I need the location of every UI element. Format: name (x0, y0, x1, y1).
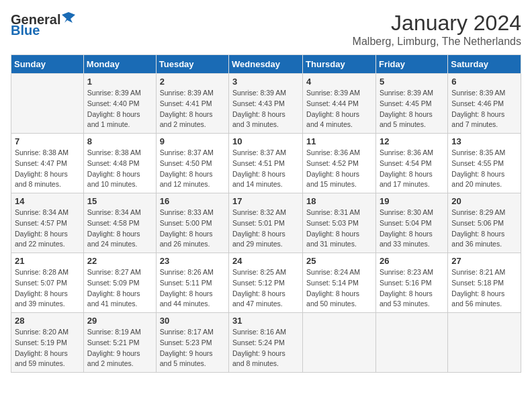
calendar-cell: 18Sunrise: 8:31 AMSunset: 5:03 PMDayligh… (303, 193, 376, 253)
svg-marker-3 (62, 12, 75, 23)
day-info: Sunrise: 8:19 AMSunset: 5:21 PMDaylight:… (87, 327, 152, 369)
day-number: 10 (232, 136, 299, 146)
title-section: January 2024 Malberg, Limburg, The Nethe… (353, 11, 521, 48)
calendar-week-row: 14Sunrise: 8:34 AMSunset: 4:57 PMDayligh… (11, 193, 521, 253)
day-number: 24 (232, 256, 299, 266)
header-sunday: Sunday (11, 55, 84, 74)
day-info: Sunrise: 8:36 AMSunset: 4:54 PMDaylight:… (380, 148, 444, 190)
day-info: Sunrise: 8:16 AMSunset: 5:24 PMDaylight:… (232, 327, 299, 369)
calendar-body: 1Sunrise: 8:39 AMSunset: 4:40 PMDaylight… (11, 74, 521, 373)
calendar-cell (303, 313, 376, 373)
calendar-cell: 17Sunrise: 8:32 AMSunset: 5:01 PMDayligh… (229, 193, 303, 253)
day-number: 15 (87, 196, 152, 206)
day-number: 6 (451, 77, 517, 87)
day-number: 7 (15, 136, 80, 146)
calendar-cell: 20Sunrise: 8:29 AMSunset: 5:06 PMDayligh… (448, 193, 521, 253)
calendar-cell: 27Sunrise: 8:21 AMSunset: 5:18 PMDayligh… (448, 253, 521, 313)
calendar-cell: 10Sunrise: 8:37 AMSunset: 4:51 PMDayligh… (229, 134, 303, 193)
header-wednesday: Wednesday (229, 55, 303, 74)
day-number: 17 (232, 196, 299, 206)
day-number: 13 (451, 136, 517, 146)
day-number: 4 (306, 77, 372, 87)
day-info: Sunrise: 8:23 AMSunset: 5:16 PMDaylight:… (380, 267, 444, 310)
calendar-cell: 7Sunrise: 8:38 AMSunset: 4:47 PMDaylight… (11, 134, 84, 193)
day-number: 5 (380, 77, 444, 87)
day-info: Sunrise: 8:37 AMSunset: 4:50 PMDaylight:… (160, 148, 225, 190)
day-info: Sunrise: 8:39 AMSunset: 4:46 PMDaylight:… (451, 88, 517, 130)
day-number: 31 (232, 316, 299, 326)
month-title: January 2024 (353, 11, 521, 36)
day-info: Sunrise: 8:39 AMSunset: 4:40 PMDaylight:… (87, 88, 152, 130)
calendar-cell: 26Sunrise: 8:23 AMSunset: 5:16 PMDayligh… (375, 253, 447, 313)
calendar-table: SundayMondayTuesdayWednesdayThursdayFrid… (11, 54, 521, 373)
calendar-week-row: 7Sunrise: 8:38 AMSunset: 4:47 PMDaylight… (11, 134, 521, 193)
calendar-cell: 2Sunrise: 8:39 AMSunset: 4:41 PMDaylight… (156, 74, 228, 134)
day-number: 9 (160, 136, 225, 146)
day-info: Sunrise: 8:39 AMSunset: 4:41 PMDaylight:… (160, 88, 225, 130)
day-info: Sunrise: 8:37 AMSunset: 4:51 PMDaylight:… (232, 148, 299, 190)
header-saturday: Saturday (448, 55, 521, 74)
day-info: Sunrise: 8:26 AMSunset: 5:11 PMDaylight:… (160, 267, 225, 310)
header-monday: Monday (83, 55, 156, 74)
calendar-cell (448, 313, 521, 373)
day-number: 28 (15, 316, 80, 326)
calendar-cell: 22Sunrise: 8:27 AMSunset: 5:09 PMDayligh… (83, 253, 156, 313)
calendar-week-row: 1Sunrise: 8:39 AMSunset: 4:40 PMDaylight… (11, 74, 521, 134)
day-number: 20 (451, 196, 517, 206)
calendar-cell: 6Sunrise: 8:39 AMSunset: 4:46 PMDaylight… (448, 74, 521, 134)
day-number: 11 (306, 136, 372, 146)
logo: General Blue General Blue (11, 11, 75, 37)
calendar-cell: 16Sunrise: 8:33 AMSunset: 5:00 PMDayligh… (156, 193, 228, 253)
calendar-cell: 8Sunrise: 8:38 AMSunset: 4:48 PMDaylight… (83, 134, 156, 193)
calendar-cell: 1Sunrise: 8:39 AMSunset: 4:40 PMDaylight… (83, 74, 156, 134)
calendar-week-row: 21Sunrise: 8:28 AMSunset: 5:07 PMDayligh… (11, 253, 521, 313)
day-number: 25 (306, 256, 372, 266)
calendar-cell: 14Sunrise: 8:34 AMSunset: 4:57 PMDayligh… (11, 193, 84, 253)
day-number: 21 (15, 256, 80, 266)
day-info: Sunrise: 8:32 AMSunset: 5:01 PMDaylight:… (232, 208, 299, 250)
day-info: Sunrise: 8:36 AMSunset: 4:52 PMDaylight:… (306, 148, 372, 190)
calendar-cell: 15Sunrise: 8:34 AMSunset: 4:58 PMDayligh… (83, 193, 156, 253)
page-header: General Blue General Blue January 2024 M… (11, 11, 521, 48)
day-number: 22 (87, 256, 152, 266)
calendar-header: SundayMondayTuesdayWednesdayThursdayFrid… (11, 55, 521, 74)
day-number: 2 (160, 77, 225, 87)
day-number: 12 (380, 136, 444, 146)
calendar-cell: 12Sunrise: 8:36 AMSunset: 4:54 PMDayligh… (375, 134, 447, 193)
logo-bird-icon (62, 11, 75, 24)
calendar-cell: 30Sunrise: 8:17 AMSunset: 5:23 PMDayligh… (156, 313, 228, 373)
day-number: 14 (15, 196, 80, 206)
calendar-cell: 9Sunrise: 8:37 AMSunset: 4:50 PMDaylight… (156, 134, 228, 193)
header-friday: Friday (375, 55, 447, 74)
day-info: Sunrise: 8:38 AMSunset: 4:47 PMDaylight:… (15, 148, 80, 190)
day-info: Sunrise: 8:21 AMSunset: 5:18 PMDaylight:… (451, 267, 517, 310)
header-thursday: Thursday (303, 55, 376, 74)
calendar-week-row: 28Sunrise: 8:20 AMSunset: 5:19 PMDayligh… (11, 313, 521, 373)
calendar-cell: 21Sunrise: 8:28 AMSunset: 5:07 PMDayligh… (11, 253, 84, 313)
header-row: SundayMondayTuesdayWednesdayThursdayFrid… (11, 55, 521, 74)
day-info: Sunrise: 8:24 AMSunset: 5:14 PMDaylight:… (306, 267, 372, 310)
calendar-cell (11, 74, 84, 134)
day-number: 30 (160, 316, 225, 326)
calendar-cell: 13Sunrise: 8:35 AMSunset: 4:55 PMDayligh… (448, 134, 521, 193)
calendar-cell: 31Sunrise: 8:16 AMSunset: 5:24 PMDayligh… (229, 313, 303, 373)
day-info: Sunrise: 8:20 AMSunset: 5:19 PMDaylight:… (15, 327, 80, 369)
calendar-cell (375, 313, 447, 373)
day-info: Sunrise: 8:38 AMSunset: 4:48 PMDaylight:… (87, 148, 152, 190)
day-number: 27 (451, 256, 517, 266)
day-number: 26 (380, 256, 444, 266)
calendar-cell: 11Sunrise: 8:36 AMSunset: 4:52 PMDayligh… (303, 134, 376, 193)
day-info: Sunrise: 8:35 AMSunset: 4:55 PMDaylight:… (451, 148, 517, 190)
calendar-cell: 25Sunrise: 8:24 AMSunset: 5:14 PMDayligh… (303, 253, 376, 313)
day-number: 16 (160, 196, 225, 206)
header-tuesday: Tuesday (156, 55, 228, 74)
day-info: Sunrise: 8:17 AMSunset: 5:23 PMDaylight:… (160, 327, 225, 369)
day-number: 19 (380, 196, 444, 206)
calendar-cell: 5Sunrise: 8:39 AMSunset: 4:45 PMDaylight… (375, 74, 447, 134)
day-number: 3 (232, 77, 299, 87)
calendar-cell: 19Sunrise: 8:30 AMSunset: 5:04 PMDayligh… (375, 193, 447, 253)
calendar-cell: 29Sunrise: 8:19 AMSunset: 5:21 PMDayligh… (83, 313, 156, 373)
day-number: 23 (160, 256, 225, 266)
day-info: Sunrise: 8:34 AMSunset: 4:57 PMDaylight:… (15, 208, 80, 250)
day-info: Sunrise: 8:27 AMSunset: 5:09 PMDaylight:… (87, 267, 152, 310)
